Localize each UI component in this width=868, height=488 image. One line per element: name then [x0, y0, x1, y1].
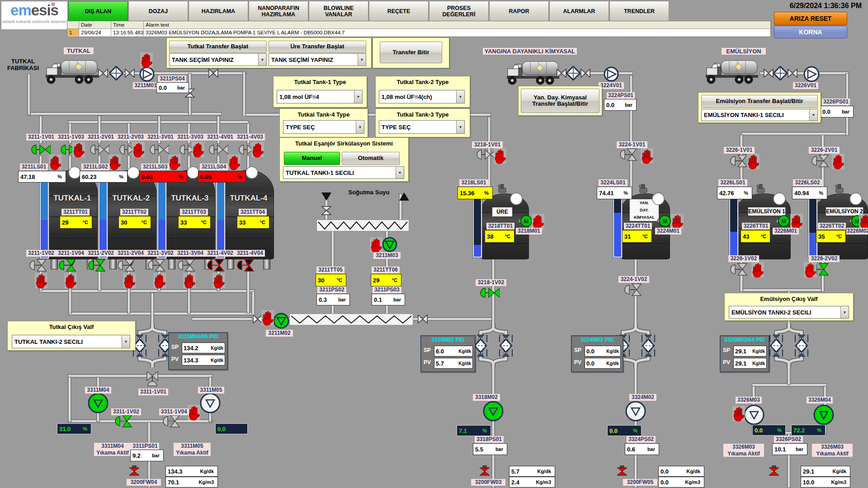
value-box: 29°C [371, 274, 401, 286]
tab-re-ete[interactable]: REÇETE [369, 1, 429, 22]
panel-title: Tutkal Tank-1 Type [274, 79, 367, 85]
value-box: 0.0bar [820, 106, 854, 117]
valve-3224-1V02[interactable] [624, 283, 644, 296]
valve-3211-3V04[interactable] [177, 258, 197, 272]
motor-3218M01[interactable]: M [519, 214, 532, 228]
pump-3318M02[interactable] [483, 401, 504, 422]
motor-3224M01[interactable]: M [657, 214, 671, 228]
valve-3211-1V01[interactable] [31, 144, 51, 155]
valve-3218-1V02[interactable] [480, 287, 500, 298]
button-manuel[interactable]: Manuel [284, 152, 340, 165]
button-otomatik[interactable]: Otomatik [342, 152, 400, 165]
valve-3211-2V01[interactable] [90, 144, 109, 155]
valve-3211-1V02[interactable] [29, 258, 49, 272]
pipe [246, 271, 250, 314]
korna-button[interactable]: KORNA [774, 26, 847, 38]
pump-3326M04[interactable] [813, 404, 834, 425]
valve-3211-3V02[interactable] [147, 258, 167, 272]
dropdown-type-se-[interactable]: TYPE SEÇ▼ [379, 120, 465, 134]
tag-label-3224V01: 3224V01 [599, 82, 624, 89]
valve-v8[interactable] [557, 69, 566, 78]
tab-di-alan[interactable]: DIŞ ALAN [68, 1, 128, 22]
tag-label-3324PS02: 3324PS02 [627, 436, 656, 443]
valve-v5[interactable] [321, 206, 331, 215]
valve-3226-2V01[interactable] [811, 154, 831, 168]
valve-3211-4V01[interactable] [208, 144, 228, 155]
valve-3211-4V04[interactable] [236, 258, 256, 272]
ariza-reset-button[interactable]: ARIZA RESET [774, 12, 847, 25]
tab-rapor[interactable]: RAPOR [489, 1, 549, 22]
value-box: 42.76% [717, 187, 752, 199]
button--re-transfer-ba-lat[interactable]: Üre Transfer Başlat [269, 41, 366, 53]
flow-meter-group [132, 324, 173, 367]
tab-proses-de-erleri-[interactable]: PROSES DEĞERLERİ [429, 1, 489, 22]
alarm-row-index[interactable]: 1 [67, 29, 79, 36]
button-em-lsiyon-transfer-ba-lat-bitir[interactable]: Emülsiyon Transfer Başlat/Bitir [701, 95, 818, 108]
valve-v11[interactable] [788, 69, 797, 78]
svg-text:M: M [524, 218, 529, 225]
dropdown-tank-se-i-mi-yapiniz[interactable]: TANK SEÇİMİ YAPINIZ▼ [169, 53, 267, 66]
dropdown-1-08-mol-f-4[interactable]: 1,08 mol ÜF=4▼ [277, 90, 363, 103]
tab-dozaj[interactable]: DOZAJ [128, 1, 188, 22]
valve-v2[interactable] [125, 69, 135, 78]
valve-v3[interactable] [208, 69, 218, 78]
valve-3311-1V01[interactable] [143, 371, 161, 389]
valve-3211-2V04[interactable] [117, 258, 137, 272]
dropdown-tutkal-tanki-1-secili[interactable]: TUTKAL TANKI-1 SECILI▼ [283, 166, 404, 179]
pump-3224V01[interactable] [604, 66, 619, 82]
pump-3311M04[interactable] [88, 393, 108, 413]
valve-3218-1V01[interactable] [476, 149, 496, 160]
alarm-row-date[interactable]: 29/06/24 [79, 29, 111, 36]
tab-nanoparafin-hazirlama[interactable]: NANOPARAFIN HAZIRLAMA [249, 1, 308, 22]
dropdown-tank-se-i-mi-yapiniz[interactable]: TANK SEÇİMİ YAPINIZ▼ [269, 53, 366, 66]
valve-v1[interactable] [98, 69, 108, 78]
dropdown-arrow-icon[interactable]: ▼ [356, 121, 364, 133]
button-tutkal-transfer-ba-lat[interactable]: Tutkal Transfer Başlat [169, 41, 267, 53]
valve-3211-1V04[interactable] [58, 258, 78, 272]
dropdown-arrow-icon[interactable]: ▼ [358, 54, 366, 66]
tab-alarmlar[interactable]: ALARMLAR [549, 1, 609, 22]
motor-3226M01[interactable]: M [776, 214, 790, 228]
valve-3211-4V02[interactable] [207, 258, 226, 272]
tab-hazirlama[interactable]: HAZIRLAMA [189, 1, 248, 22]
tab-blowline-vanalar[interactable]: BLOWLINE VANALAR [309, 1, 368, 22]
dropdown-arrow-icon[interactable]: ▼ [456, 121, 464, 133]
pump-3326M03[interactable] [744, 404, 764, 425]
alarm-row-text[interactable]: 3326M03 EMÜLSİYON DOZAJLAMA POMPA 1 SEVİ… [144, 29, 771, 36]
tab-trendler[interactable]: TRENDLER [609, 1, 669, 22]
button-transfer-bitir[interactable]: Transfer Bitir [380, 42, 442, 63]
alarm-row-time[interactable]: 13:16:55.483 [111, 29, 144, 36]
dropdown-arrow-icon[interactable]: ▼ [456, 90, 464, 103]
dropdown-arrow-icon[interactable]: ▼ [396, 167, 404, 178]
valve-v7[interactable] [418, 314, 428, 324]
valve-3211-3V01[interactable] [149, 144, 169, 155]
tag-label-3226TT02: 3226TT02 [818, 223, 846, 230]
dropdown-arrow-icon[interactable]: ▼ [840, 306, 849, 318]
valve-3211-2V02[interactable] [88, 258, 108, 272]
valve-v9[interactable] [580, 69, 590, 78]
dropdown-arrow-icon[interactable]: ▼ [809, 109, 817, 121]
pump-3211M02[interactable] [273, 313, 289, 329]
valve-3311-1V04[interactable] [162, 414, 182, 428]
dropdown-arrow-icon[interactable]: ▼ [122, 335, 130, 348]
dropdown-arrow-icon[interactable]: ▼ [354, 90, 362, 103]
valve-3226-1V02[interactable] [730, 263, 750, 276]
tag-label-3211M02: 3211M02 [266, 330, 293, 337]
pump-3324M02[interactable] [625, 401, 646, 422]
valve-v10[interactable] [764, 69, 774, 78]
dropdown-type-se-[interactable]: TYPE SEÇ▼ [283, 120, 364, 134]
svg-text:M: M [782, 218, 787, 225]
dropdown-1-08-mol-f-4-ch-[interactable]: 1,08 mol ÜF=4(ch)▼ [379, 90, 465, 103]
pump-3226V01[interactable] [803, 66, 820, 82]
dropdown-em-lsi-yon-tanki-2-secili[interactable]: EMÜLSİYON TANKI-2 SECILI▼ [729, 306, 849, 319]
dropdown-tutkal-tanki-2-secili[interactable]: TUTKAL TANKI-2 SECILI▼ [12, 335, 130, 348]
valve-3311-1V02[interactable] [114, 414, 134, 428]
button-yan-day-kimyasal-transfer-ba-lat-bitir[interactable]: Yan. Day. Kimyasal Transfer Başlat/Bitir [521, 89, 599, 113]
dropdown-arrow-icon[interactable]: ▼ [258, 54, 266, 66]
pipe [823, 386, 827, 407]
pump-3211M01[interactable] [139, 66, 155, 82]
pump-3311M05[interactable] [200, 393, 221, 413]
pump-3211M03[interactable] [382, 237, 397, 252]
dropdown-em-lsi-yon-tanki-1-secili[interactable]: EMÜLSİYON TANKI-1 SECILI▼ [701, 109, 818, 121]
valve-3224-1V01[interactable] [619, 148, 639, 161]
